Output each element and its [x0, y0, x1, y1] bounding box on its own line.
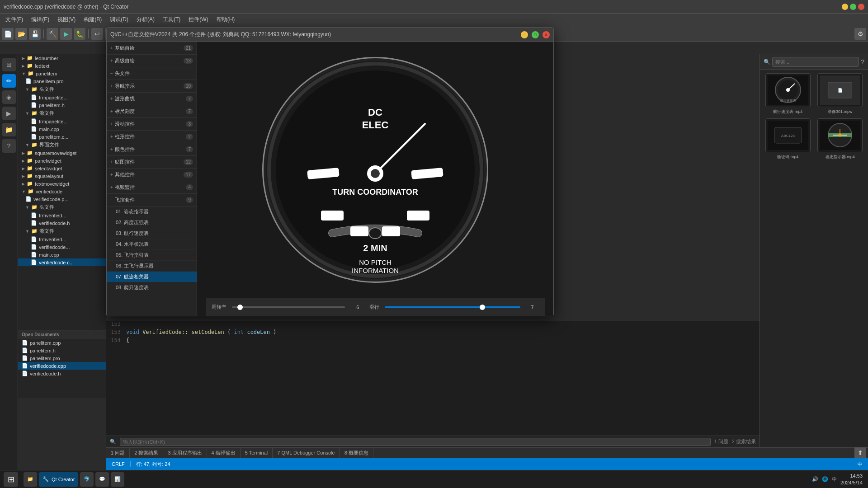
tree-item-source-files[interactable]: ▼ 📁 源文件: [18, 109, 106, 117]
tb-run-button[interactable]: ▶: [60, 28, 72, 40]
popup-cat-ruler[interactable]: + 标尺刻度 7: [107, 105, 197, 118]
thumb-image-4[interactable]: [817, 118, 863, 152]
popup-sub-04[interactable]: 04. 水平状况表: [107, 239, 197, 250]
taskbar-wechat[interactable]: 💬: [95, 472, 109, 487]
slide-slider-thumb[interactable]: [480, 305, 485, 310]
open-doc-verifiedcode-cpp[interactable]: 📄 verifiedcode.cpp: [18, 362, 106, 370]
tree-item-squaremovewidget[interactable]: ▶ 📁 squaremovewidget: [18, 149, 106, 157]
tree-item-verifiedcode-cpp[interactable]: 📄 verifiedcode...: [18, 243, 106, 251]
menu-tools[interactable]: 工具(T): [159, 15, 184, 24]
taskbar-navicat[interactable]: 🐬: [80, 472, 94, 487]
popup-cat-column[interactable]: + 柱形控件 2: [107, 131, 197, 143]
tree-item-frmpanelite-cpp[interactable]: 📄 frmpanelite...: [18, 117, 106, 125]
tree-item-squarelayout[interactable]: ▶ 📁 squarelayout: [18, 172, 106, 180]
popup-cat-slider[interactable]: + 滑动控件 3: [107, 118, 197, 131]
thumb-image-2[interactable]: 📄: [817, 73, 863, 107]
popup-cat-waveform[interactable]: + 波形曲线 7: [107, 93, 197, 105]
tb-save-button[interactable]: 💾: [29, 28, 41, 40]
menu-edit[interactable]: 编辑(E): [28, 15, 53, 24]
sidebar-design-icon[interactable]: ◈: [2, 90, 16, 104]
menu-analyze[interactable]: 分析(A): [133, 15, 158, 24]
tb-open-button[interactable]: 📂: [15, 28, 27, 40]
thumb-image-3[interactable]: ABC123: [765, 118, 811, 152]
minimize-button[interactable]: [842, 4, 848, 10]
taskbar-explorer[interactable]: 📁: [24, 472, 37, 487]
menu-view[interactable]: 视图(V): [54, 15, 79, 24]
sidebar-project-icon[interactable]: 📁: [2, 123, 16, 136]
rotation-rate-slider[interactable]: [232, 306, 345, 308]
tb-undo-button[interactable]: ↩: [91, 28, 103, 40]
tree-item-lednumber[interactable]: ▶ 📁 lednumber: [18, 54, 106, 62]
open-doc-panelitem-pro[interactable]: 📄 panelitem.pro: [18, 354, 106, 362]
open-doc-panelitem-cpp[interactable]: 📄 panelitem.cpp: [18, 339, 106, 347]
tree-item-selectwidget[interactable]: ▶ 📁 selectwidget: [18, 164, 106, 172]
popup-cat-navigation[interactable]: + 导航指示 10: [107, 80, 197, 93]
code-line-153[interactable]: 153 void VerifiedCode:: setCodeLen ( int…: [106, 329, 868, 337]
bp-tab-qml-debug[interactable]: 7 QML Debugger Console: [273, 448, 340, 458]
right-panel-search[interactable]: [772, 57, 859, 67]
sidebar-help-icon[interactable]: ?: [2, 139, 16, 153]
tree-item-verifiedcode-c-active[interactable]: 📄 verifiedcode.c...: [18, 258, 106, 266]
popup-sub-01[interactable]: 01. 姿态指示器: [107, 206, 197, 217]
menu-file[interactable]: 文件(F): [2, 15, 27, 24]
taskbar-unknown[interactable]: 📊: [111, 472, 124, 487]
tb-build-button[interactable]: 🔨: [47, 28, 58, 40]
bp-tab-app-output[interactable]: 3 应用程序输出: [163, 448, 207, 458]
tb-settings-button[interactable]: ⚙: [854, 28, 866, 40]
start-button[interactable]: ⊞: [4, 472, 18, 487]
tree-item-main-cpp[interactable]: 📄 main.cpp: [18, 125, 106, 133]
menu-build[interactable]: 构建(B): [80, 15, 105, 24]
help-icon[interactable]: ?: [861, 58, 864, 66]
tree-item-verifiedcode-h[interactable]: 📄 verifiedcode.h: [18, 219, 106, 227]
tree-item-panelwidget[interactable]: ▶ 📁 panelwidget: [18, 157, 106, 164]
popup-close-button[interactable]: ✕: [542, 31, 550, 38]
bp-tab-compile[interactable]: 4 编译输出: [207, 448, 241, 458]
location-search-input[interactable]: [120, 438, 711, 446]
popup-sub-03[interactable]: 03. 航行速度表: [107, 228, 197, 239]
popup-sub-05[interactable]: 05. 飞行指引表: [107, 250, 197, 261]
tb-debug-button[interactable]: 🐛: [74, 28, 85, 40]
popup-sub-06[interactable]: 06. 主飞行显示器: [107, 261, 197, 272]
tree-item-header-files[interactable]: ▼ 📁 头文件: [18, 85, 106, 94]
menu-help[interactable]: 帮助(H): [213, 15, 239, 24]
tree-item-vc-sources[interactable]: ▼ 📁 源文件: [18, 227, 106, 235]
bp-tab-search[interactable]: 2 搜索结果: [130, 448, 163, 458]
tree-item-panelitem-cpp[interactable]: 📄 panelitem.c...: [18, 133, 106, 141]
open-doc-verifiedcode-h[interactable]: 📄 verifiedcode.h: [18, 370, 106, 377]
tree-item-main2-cpp[interactable]: 📄 main.cpp: [18, 251, 106, 258]
tree-item-verifiedcode[interactable]: ▼ 📁 verifiedcode: [18, 188, 106, 195]
popup-cat-basic[interactable]: + 基础自绘 21: [107, 42, 197, 55]
tree-item-verifiedcode-pro[interactable]: 📄 verifiedcode.p...: [18, 195, 106, 203]
popup-cat-advanced[interactable]: + 高级自绘 13: [107, 55, 197, 67]
sidebar-apps-icon[interactable]: ⊞: [2, 58, 16, 71]
open-doc-panelitem-h[interactable]: 📄 panelitem.h: [18, 347, 106, 354]
thumb-image-1[interactable]: 航行速度表: [765, 73, 811, 107]
slide-slider[interactable]: [385, 306, 520, 308]
bp-tab-terminal[interactable]: 5 Terminal: [241, 448, 273, 458]
menu-controls[interactable]: 控件(W): [185, 15, 212, 24]
tree-item-ui-files[interactable]: ▼ 📁 界面文件: [18, 141, 106, 149]
tree-item-panelitem-pro[interactable]: 📄 panelitem.pro: [18, 77, 106, 85]
tree-item-vc-headers[interactable]: ▼ 📁 头文件: [18, 203, 106, 211]
panel-expand-button[interactable]: ⬆: [854, 447, 866, 459]
tree-item-panelitem-h[interactable]: 📄 panelitem.h: [18, 101, 106, 109]
tree-item-ledtext[interactable]: ▶ 📁 ledtext: [18, 62, 106, 70]
popup-cat-video[interactable]: + 视频监控 4: [107, 181, 197, 194]
popup-sub-08[interactable]: 08. 爬升速度表: [107, 282, 197, 293]
tree-item-frmverified-h[interactable]: 📄 frmverified...: [18, 211, 106, 219]
sidebar-edit-icon[interactable]: ✏: [2, 74, 16, 88]
tb-new-button[interactable]: 📄: [2, 28, 14, 40]
tree-item-frmpanelitem-h[interactable]: 📄 frmpanelite...: [18, 94, 106, 101]
rotation-slider-thumb[interactable]: [237, 305, 243, 310]
popup-cat-other[interactable]: + 其他控件 17: [107, 169, 197, 181]
popup-minimize-button[interactable]: −: [521, 31, 528, 38]
popup-sub-07[interactable]: 07. 航迹相关器: [107, 272, 197, 282]
tree-item-frmverified-cpp[interactable]: 📄 frmverified...: [18, 235, 106, 243]
close-button[interactable]: [858, 4, 864, 10]
popup-cat-texture[interactable]: + 贴图控件 12: [107, 156, 197, 169]
maximize-button[interactable]: [850, 4, 856, 10]
tree-item-textmovewidget[interactable]: ▶ 📁 textmovewidget: [18, 180, 106, 188]
popup-cat-flight[interactable]: − 飞控套件 9: [107, 194, 197, 206]
tree-item-panelitem[interactable]: ▼ 📁 panelitem: [18, 70, 106, 77]
popup-cat-headers[interactable]: − 头文件: [107, 67, 197, 80]
